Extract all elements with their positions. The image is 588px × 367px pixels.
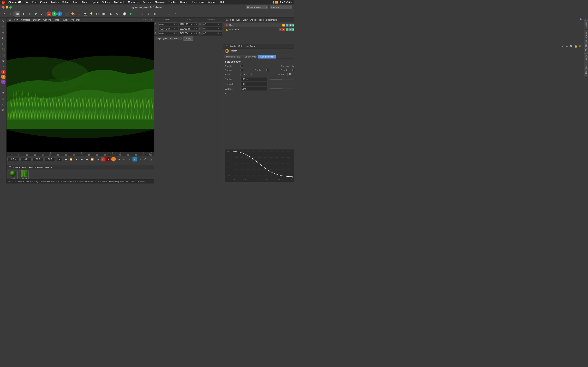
motion-track-button[interactable]: ⬡	[143, 157, 148, 161]
size-y-field[interactable]: 633.751 cm ⬆⬇	[179, 27, 199, 31]
menu-character[interactable]: Character	[127, 1, 140, 4]
mat-menu-texture[interactable]: Texture	[44, 166, 53, 169]
landscape-tag-4[interactable]: ⬢	[289, 28, 292, 31]
size-mode-dropdown[interactable]: Size ▾	[173, 37, 182, 40]
ss-enable-checkbox[interactable]	[241, 65, 243, 67]
next-key-button[interactable]: ⏩	[90, 157, 95, 161]
landscape-tag-2[interactable]: ●	[282, 28, 285, 31]
sidebar-poly[interactable]: ⬡	[1, 41, 6, 47]
sidebar-tag[interactable]: ⊙	[1, 107, 6, 113]
tab-soft-selection[interactable]: Soft Selection	[258, 55, 276, 58]
snap-button[interactable]: ◫	[148, 157, 153, 161]
vp-menu-filter[interactable]: Filter	[53, 18, 60, 21]
record-button-dark[interactable]: ●	[106, 157, 111, 161]
app-name[interactable]: Cinema 4D	[7, 1, 22, 4]
ss-rubber-checkbox[interactable]	[267, 69, 269, 71]
attr-menu-toggle[interactable]: ☰	[225, 44, 229, 48]
ss-radius-field[interactable]: 100 cm	[241, 77, 268, 81]
rotation-b-field[interactable]: 0 ° ⬆⬇	[202, 31, 222, 35]
ss-mode-dropdown[interactable]: All ▾	[287, 73, 294, 76]
landscape-tag-5[interactable]: ◉	[292, 28, 294, 31]
menu-window[interactable]: Window	[207, 1, 218, 4]
obj-menu-file[interactable]: File	[229, 18, 235, 21]
material-menu-toggle[interactable]: ☰	[8, 165, 12, 169]
sidebar-scale[interactable]: ⊕	[1, 30, 6, 35]
position-z-field[interactable]: 0 cm ⬆⬇	[158, 31, 178, 35]
front-view-button[interactable]: ⬡	[140, 11, 146, 17]
ss-strength-field[interactable]: 100 %	[241, 82, 268, 86]
sound-button[interactable]: ♫	[138, 157, 142, 161]
prev-frame-button[interactable]: ◀	[74, 157, 79, 161]
sidebar-move[interactable]: ✛	[1, 24, 6, 29]
menu-mesh[interactable]: Mesh	[81, 1, 89, 4]
light-tool-btn[interactable]: ✦	[172, 11, 178, 17]
menu-mograph[interactable]: MoGraph	[113, 1, 126, 4]
position-y-field[interactable]: 316.876 cm ⬆⬇	[158, 27, 178, 31]
sidebar-rotate[interactable]: ↻	[1, 35, 6, 41]
mat-menu-material[interactable]: Material	[34, 166, 43, 169]
object-row-hair[interactable]: Hair ▣ ▣ ⬢ ◉	[224, 23, 294, 27]
keyframe-all-button[interactable]: ⊞	[122, 157, 126, 161]
clip-button[interactable]: C	[132, 157, 137, 161]
frame-start-field[interactable]: 0 F ▾	[7, 158, 20, 161]
prev-key-button[interactable]: ⏪	[69, 157, 73, 161]
tab-modeling-axis[interactable]: Modeling Axis	[224, 55, 242, 58]
ss-radius-slider[interactable]	[270, 79, 294, 80]
frame-end-field[interactable]: 90 F	[33, 158, 44, 161]
transform-tool-button[interactable]: ⟳	[39, 11, 45, 17]
menu-tracker[interactable]: Tracker	[167, 1, 178, 4]
sidebar-select[interactable]: ▣	[1, 58, 6, 64]
undo-button[interactable]: ↩	[1, 11, 7, 17]
motion-path-button[interactable]: ⊙	[127, 157, 132, 161]
menu-select[interactable]: Select	[61, 1, 70, 4]
cube-button[interactable]: ⬛	[64, 11, 70, 17]
z-axis-button[interactable]: Z	[57, 11, 62, 16]
auto-key-button[interactable]: ○	[111, 157, 116, 161]
sidebar-cube[interactable]: ⬛	[1, 53, 6, 58]
obj-menu-object[interactable]: Object	[249, 18, 257, 21]
sidebar-keyframe[interactable]: ◇	[1, 101, 6, 107]
ss-strength-slider[interactable]	[270, 83, 294, 84]
vp-menu-prorender[interactable]: ProRender	[69, 18, 82, 21]
go-end-button[interactable]: ⏭	[95, 157, 100, 161]
sidebar-s3[interactable]: S	[1, 80, 6, 84]
hair-tag-2[interactable]: ▣	[286, 24, 288, 26]
go-start-button[interactable]: ⏮	[63, 157, 68, 161]
layouts-dropdown[interactable]: Layouts ▾	[270, 6, 292, 9]
sidebar-paint[interactable]: ⬛	[1, 47, 6, 52]
vp-menu-view[interactable]: View	[12, 18, 20, 21]
select-tool-button[interactable]: ▣	[15, 11, 20, 17]
record-button-red[interactable]: ●	[101, 157, 105, 161]
ss-width-field[interactable]: 50 %	[241, 87, 268, 91]
camera-button[interactable]: 📷	[82, 11, 88, 17]
menu-volume[interactable]: Volume	[101, 1, 112, 4]
tab-object-axis[interactable]: Object Axis	[242, 55, 258, 58]
attr-menu-userdata[interactable]: User Data	[244, 45, 256, 48]
node-spaces-dropdown[interactable]: Node Spaces ▾	[246, 6, 268, 9]
light-button[interactable]: 💡	[88, 11, 94, 17]
sidebar-layers[interactable]: ≡	[1, 90, 6, 95]
menu-create[interactable]: Create	[39, 1, 49, 4]
hair-tag-1[interactable]: ▣	[282, 24, 285, 26]
rotate-tool-button[interactable]: ↻	[33, 11, 39, 17]
viewport-menu-toggle[interactable]: ☰	[8, 18, 12, 22]
move-tool-button[interactable]: ✛	[21, 11, 26, 17]
sidebar-s2[interactable]: S	[1, 75, 6, 79]
scale-tool-button[interactable]: ⊕	[27, 11, 33, 17]
mat-menu-edit[interactable]: Edit	[21, 166, 26, 169]
terrain-tool-btn[interactable]: ⌅	[166, 11, 172, 17]
scene-button[interactable]: ⬡	[95, 11, 100, 17]
menu-edit[interactable]: Edit	[31, 1, 38, 4]
right-view-button[interactable]: ⬡	[146, 11, 152, 17]
sidebar-s1[interactable]: S	[1, 70, 6, 74]
menu-file[interactable]: File	[24, 1, 30, 4]
hair-tag-4[interactable]: ◉	[292, 24, 294, 26]
sidebar-material[interactable]: ◫	[1, 96, 6, 101]
menu-extensions[interactable]: Extensions	[191, 1, 205, 4]
frame-rate-field[interactable]: ▾	[57, 158, 63, 161]
viewport-canvas[interactable]: /* Grass is drawn via path elements */	[7, 22, 154, 152]
obj-menu-tags[interactable]: Tags	[258, 18, 264, 21]
object-row-landscape[interactable]: Landscape ◁ ● ◉ ⬢ ◉	[224, 27, 294, 32]
menu-animate[interactable]: Animate	[141, 1, 153, 4]
vp-icon-expand[interactable]: ⊞	[150, 18, 153, 21]
